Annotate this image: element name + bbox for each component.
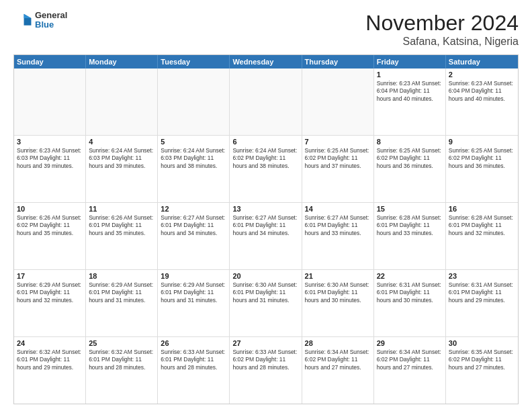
calendar-day-cell xyxy=(302,68,374,135)
calendar-day-cell: 14Sunrise: 6:27 AM Sunset: 6:01 PM Dayli… xyxy=(302,203,374,269)
calendar-day-cell: 1Sunrise: 6:23 AM Sunset: 6:04 PM Daylig… xyxy=(374,68,446,135)
day-number: 6 xyxy=(232,138,298,146)
day-info: Sunrise: 6:34 AM Sunset: 6:02 PM Dayligh… xyxy=(305,349,371,371)
day-info: Sunrise: 6:25 AM Sunset: 6:02 PM Dayligh… xyxy=(449,147,515,170)
day-info: Sunrise: 6:23 AM Sunset: 6:04 PM Dayligh… xyxy=(449,80,515,103)
day-number: 3 xyxy=(17,138,83,146)
logo: General Blue xyxy=(13,11,67,30)
day-number: 27 xyxy=(232,339,298,347)
header: General Blue November 2024 Safana, Katsi… xyxy=(13,11,519,48)
day-info: Sunrise: 6:33 AM Sunset: 6:01 PM Dayligh… xyxy=(161,349,226,371)
logo-line2: Blue xyxy=(35,20,67,30)
calendar-day-cell: 15Sunrise: 6:28 AM Sunset: 6:01 PM Dayli… xyxy=(374,203,446,269)
calendar-day-cell: 25Sunrise: 6:32 AM Sunset: 6:01 PM Dayli… xyxy=(86,337,158,404)
calendar-subtitle: Safana, Katsina, Nigeria xyxy=(365,36,519,48)
calendar-week-row: 17Sunrise: 6:29 AM Sunset: 6:01 PM Dayli… xyxy=(14,270,518,337)
day-info: Sunrise: 6:34 AM Sunset: 6:02 PM Dayligh… xyxy=(377,349,443,371)
calendar-header-cell: Wednesday xyxy=(230,55,302,68)
calendar-title: November 2024 xyxy=(365,11,519,36)
calendar-day-cell: 28Sunrise: 6:34 AM Sunset: 6:02 PM Dayli… xyxy=(302,337,374,404)
day-info: Sunrise: 6:31 AM Sunset: 6:01 PM Dayligh… xyxy=(449,281,515,304)
calendar-week-row: 1Sunrise: 6:23 AM Sunset: 6:04 PM Daylig… xyxy=(14,68,518,136)
calendar-week-row: 3Sunrise: 6:23 AM Sunset: 6:03 PM Daylig… xyxy=(14,136,518,203)
calendar-header-cell: Sunday xyxy=(14,55,86,68)
day-number: 16 xyxy=(449,205,515,213)
day-info: Sunrise: 6:25 AM Sunset: 6:02 PM Dayligh… xyxy=(305,147,371,170)
calendar-header-cell: Thursday xyxy=(302,55,374,68)
day-info: Sunrise: 6:25 AM Sunset: 6:02 PM Dayligh… xyxy=(377,147,443,170)
day-info: Sunrise: 6:28 AM Sunset: 6:01 PM Dayligh… xyxy=(449,214,515,237)
calendar-day-cell xyxy=(158,68,230,135)
day-number: 18 xyxy=(89,272,154,280)
day-info: Sunrise: 6:30 AM Sunset: 6:01 PM Dayligh… xyxy=(305,281,371,304)
day-info: Sunrise: 6:35 AM Sunset: 6:02 PM Dayligh… xyxy=(449,349,515,371)
calendar-day-cell: 24Sunrise: 6:32 AM Sunset: 6:01 PM Dayli… xyxy=(14,337,86,404)
calendar-day-cell: 16Sunrise: 6:28 AM Sunset: 6:01 PM Dayli… xyxy=(446,203,518,269)
calendar-header-row: SundayMondayTuesdayWednesdayThursdayFrid… xyxy=(14,55,518,68)
day-info: Sunrise: 6:30 AM Sunset: 6:01 PM Dayligh… xyxy=(232,281,298,304)
day-info: Sunrise: 6:24 AM Sunset: 6:02 PM Dayligh… xyxy=(232,147,298,170)
calendar-day-cell: 3Sunrise: 6:23 AM Sunset: 6:03 PM Daylig… xyxy=(14,136,86,202)
calendar-day-cell: 7Sunrise: 6:25 AM Sunset: 6:02 PM Daylig… xyxy=(302,136,374,202)
calendar-day-cell: 30Sunrise: 6:35 AM Sunset: 6:02 PM Dayli… xyxy=(446,337,518,404)
calendar-day-cell xyxy=(86,68,158,135)
day-info: Sunrise: 6:28 AM Sunset: 6:01 PM Dayligh… xyxy=(377,214,443,237)
day-number: 20 xyxy=(232,272,298,280)
calendar-header-cell: Monday xyxy=(86,55,158,68)
day-number: 26 xyxy=(161,339,226,347)
day-info: Sunrise: 6:29 AM Sunset: 6:01 PM Dayligh… xyxy=(161,281,226,304)
calendar-week-row: 10Sunrise: 6:26 AM Sunset: 6:02 PM Dayli… xyxy=(14,203,518,270)
day-number: 30 xyxy=(449,339,515,347)
calendar-day-cell: 8Sunrise: 6:25 AM Sunset: 6:02 PM Daylig… xyxy=(374,136,446,202)
day-info: Sunrise: 6:33 AM Sunset: 6:02 PM Dayligh… xyxy=(232,349,298,371)
day-number: 2 xyxy=(449,71,515,79)
calendar-header-cell: Tuesday xyxy=(158,55,230,68)
calendar-day-cell xyxy=(230,68,302,135)
day-number: 29 xyxy=(377,339,443,347)
day-number: 19 xyxy=(161,272,226,280)
day-info: Sunrise: 6:23 AM Sunset: 6:04 PM Dayligh… xyxy=(377,80,443,103)
day-number: 7 xyxy=(305,138,371,146)
calendar-day-cell: 5Sunrise: 6:24 AM Sunset: 6:03 PM Daylig… xyxy=(158,136,230,202)
day-number: 9 xyxy=(449,138,515,146)
day-number: 5 xyxy=(161,138,226,146)
logo-line1: General xyxy=(35,11,67,20)
day-info: Sunrise: 6:26 AM Sunset: 6:02 PM Dayligh… xyxy=(17,214,83,237)
day-number: 13 xyxy=(232,205,298,213)
calendar-day-cell: 4Sunrise: 6:24 AM Sunset: 6:03 PM Daylig… xyxy=(86,136,158,202)
day-info: Sunrise: 6:31 AM Sunset: 6:01 PM Dayligh… xyxy=(377,281,443,304)
calendar-day-cell: 23Sunrise: 6:31 AM Sunset: 6:01 PM Dayli… xyxy=(446,270,518,336)
day-info: Sunrise: 6:24 AM Sunset: 6:03 PM Dayligh… xyxy=(161,147,226,170)
day-number: 17 xyxy=(17,272,83,280)
day-number: 10 xyxy=(17,205,83,213)
calendar-day-cell: 22Sunrise: 6:31 AM Sunset: 6:01 PM Dayli… xyxy=(374,270,446,336)
calendar-day-cell: 19Sunrise: 6:29 AM Sunset: 6:01 PM Dayli… xyxy=(158,270,230,336)
day-info: Sunrise: 6:23 AM Sunset: 6:03 PM Dayligh… xyxy=(17,147,83,170)
calendar-day-cell: 13Sunrise: 6:27 AM Sunset: 6:01 PM Dayli… xyxy=(230,203,302,269)
calendar-day-cell: 18Sunrise: 6:29 AM Sunset: 6:01 PM Dayli… xyxy=(86,270,158,336)
logo-icon xyxy=(13,11,32,30)
calendar-day-cell: 11Sunrise: 6:26 AM Sunset: 6:01 PM Dayli… xyxy=(86,203,158,269)
calendar-day-cell: 6Sunrise: 6:24 AM Sunset: 6:02 PM Daylig… xyxy=(230,136,302,202)
day-number: 15 xyxy=(377,205,443,213)
day-info: Sunrise: 6:29 AM Sunset: 6:01 PM Dayligh… xyxy=(89,281,154,304)
day-info: Sunrise: 6:29 AM Sunset: 6:01 PM Dayligh… xyxy=(17,281,83,304)
day-info: Sunrise: 6:32 AM Sunset: 6:01 PM Dayligh… xyxy=(89,349,154,371)
calendar-week-row: 24Sunrise: 6:32 AM Sunset: 6:01 PM Dayli… xyxy=(14,337,518,404)
calendar-day-cell: 17Sunrise: 6:29 AM Sunset: 6:01 PM Dayli… xyxy=(14,270,86,336)
calendar-day-cell: 26Sunrise: 6:33 AM Sunset: 6:01 PM Dayli… xyxy=(158,337,230,404)
calendar: SundayMondayTuesdayWednesdayThursdayFrid… xyxy=(13,54,519,404)
day-info: Sunrise: 6:24 AM Sunset: 6:03 PM Dayligh… xyxy=(89,147,154,170)
calendar-body: 1Sunrise: 6:23 AM Sunset: 6:04 PM Daylig… xyxy=(14,68,518,404)
day-number: 25 xyxy=(89,339,154,347)
day-number: 21 xyxy=(305,272,371,280)
day-number: 24 xyxy=(17,339,83,347)
day-number: 8 xyxy=(377,138,443,146)
day-info: Sunrise: 6:32 AM Sunset: 6:01 PM Dayligh… xyxy=(17,349,83,371)
calendar-day-cell: 21Sunrise: 6:30 AM Sunset: 6:01 PM Dayli… xyxy=(302,270,374,336)
day-number: 22 xyxy=(377,272,443,280)
calendar-day-cell: 12Sunrise: 6:27 AM Sunset: 6:01 PM Dayli… xyxy=(158,203,230,269)
calendar-day-cell: 10Sunrise: 6:26 AM Sunset: 6:02 PM Dayli… xyxy=(14,203,86,269)
calendar-day-cell xyxy=(14,68,86,135)
calendar-header-cell: Saturday xyxy=(446,55,518,68)
